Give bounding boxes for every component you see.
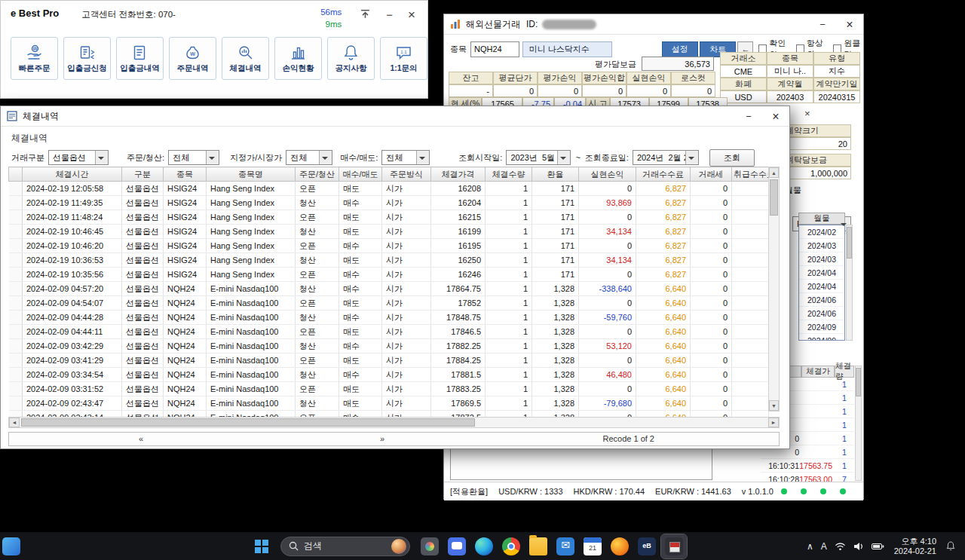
mail-app-icon[interactable] [553, 534, 578, 558]
eur-krw-rate: EUR/KRW : 1441.63 [655, 487, 731, 496]
browser-app-icon[interactable] [607, 534, 633, 558]
teams-app-icon[interactable] [444, 534, 470, 558]
hts-app-icon[interactable] [661, 534, 687, 558]
folder-app-icon[interactable] [525, 534, 551, 558]
start-date-select[interactable]: 2023년 5월 1 [506, 150, 571, 165]
volume-icon[interactable] [853, 542, 864, 551]
toolbar-button-notice-bell[interactable]: 공지사항 [327, 37, 375, 80]
end-date-select[interactable]: 2024년 2월 21 [633, 150, 699, 165]
fill-table-row[interactable]: 2024-02-09 03:31:52선물옵션NQH24E-mini Nasda… [9, 382, 769, 396]
start-button[interactable] [255, 540, 268, 553]
wifi-icon[interactable] [835, 542, 846, 551]
edge-app-icon[interactable] [471, 534, 497, 558]
toolbar-button-inquiry-chat[interactable]: 1:11:1문의 [380, 37, 427, 80]
chrome-app-icon[interactable] [498, 534, 524, 558]
month-item[interactable]: 2024/09 [799, 334, 844, 341]
search-input[interactable]: 검색 [280, 537, 410, 556]
svg-text:₩: ₩ [190, 51, 195, 57]
ime-indicator[interactable]: A [821, 541, 827, 552]
fill-table-row[interactable]: 2024-02-09 04:57:20선물옵션NQH24E-mini Nasda… [9, 282, 769, 296]
fill-table-row[interactable]: 2024-02-19 12:05:58선물옵션HSIG24Hang Seng I… [9, 182, 769, 196]
contract-spec-grid: 거래소종목유형 CME미니 나..지수 화폐계약월계약만기일 USD202403… [720, 52, 860, 103]
toolbar-button-fill-history[interactable]: 체결내역 [222, 37, 269, 80]
search-icon [289, 541, 299, 551]
tray-chevron-up-icon[interactable]: ∧ [807, 541, 813, 552]
minimize-icon[interactable]: − [386, 9, 393, 20]
user-id-masked [542, 20, 596, 29]
side-select[interactable]: 전체 [381, 150, 430, 165]
column-header-6: 주문방식 [382, 167, 431, 182]
month-item[interactable]: 2024/03 [799, 239, 844, 252]
ebest-app-icon[interactable] [634, 534, 660, 558]
price-type-select[interactable]: 전체 [286, 150, 332, 165]
fill-table-row[interactable]: 2024-02-19 10:46:20선물옵션HSIG24Hang Seng I… [9, 239, 769, 253]
calendar-app-icon[interactable] [580, 534, 605, 558]
scroll-left-icon[interactable]: ◄ [9, 418, 20, 427]
month-item[interactable]: 2024/02 [799, 225, 844, 239]
fill-table-row[interactable]: 2024-02-09 02:43:47선물옵션NQH24E-mini Nasda… [9, 396, 769, 411]
open-close-select[interactable]: 전체 [168, 150, 219, 165]
fill-table-row[interactable]: 2024-02-19 10:36:53선물옵션HSIG24Hang Seng I… [9, 253, 769, 268]
price-type-label: 지정가/시장가 [230, 152, 282, 164]
close-icon[interactable]: × [408, 9, 415, 20]
symbol-code-input[interactable]: NQH24 [470, 41, 519, 57]
month-item[interactable]: 2024/04 [799, 280, 844, 293]
tick-scrollbar[interactable] [855, 366, 862, 481]
customer-center-phone: 고객센터 전화번호: 070- [81, 9, 176, 20]
fill-table-row[interactable]: 2024-02-09 04:44:11선물옵션NQH24E-mini Nasda… [9, 325, 769, 339]
fills-horizontal-scrollbar[interactable]: ◄ ► [8, 417, 780, 428]
fill-table-row[interactable]: 2024-02-09 03:34:54선물옵션NQH24E-mini Nasda… [9, 368, 769, 382]
overseas-close-icon[interactable]: × [836, 14, 863, 34]
panel-close-icon[interactable]: × [804, 108, 810, 119]
trade-type-select[interactable]: 선물옵션 [48, 150, 109, 165]
pin-rollup-icon[interactable] [360, 8, 371, 21]
toolbar-button-order-history[interactable]: ₩주문내역 [169, 37, 216, 80]
scroll-right-icon[interactable]: ► [768, 418, 779, 427]
fill-table-row[interactable]: 2024-02-19 10:35:56선물옵션HSIG24Hang Seng I… [9, 268, 769, 282]
symbol-name: 미니 나스닥지수 [522, 41, 612, 57]
month-item[interactable]: 2024/03 [799, 252, 844, 266]
pager-first-button[interactable]: « [139, 434, 143, 443]
fill-table-row[interactable]: 2024-02-09 03:42:29선물옵션NQH24E-mini Nasda… [9, 339, 769, 353]
notification-bell-icon[interactable] [946, 541, 955, 551]
month-list-scrollbar[interactable] [846, 225, 853, 341]
month-item[interactable]: 2024/04 [799, 266, 844, 280]
month-item[interactable]: 2024/06 [799, 307, 844, 320]
month-item[interactable]: 2024/09 [799, 320, 844, 334]
pager-last-button[interactable]: » [380, 434, 384, 443]
latency-value-1: 56ms [320, 6, 342, 18]
month-item[interactable]: 2024/06 [799, 293, 844, 307]
scroll-up-icon[interactable]: ▲ [769, 167, 779, 178]
fills-minimize-icon[interactable]: − [735, 106, 762, 126]
fills-close-icon[interactable]: × [762, 106, 789, 126]
toolbar-button-deposit-history[interactable]: 입출금내역 [116, 37, 164, 80]
message-box [450, 447, 712, 480]
settings-button[interactable]: 설정 [662, 41, 698, 57]
fill-table-row[interactable]: 2024-02-19 10:46:45선물옵션HSIG24Hang Seng I… [9, 225, 769, 239]
toolbar-button-deposit-request[interactable]: 입출금신청 [63, 37, 111, 80]
fills-filter-bar: 거래구분 선물옵션 주문/청산: 전체 지정가/시장가 전체 매수/매도: 전체… [1, 149, 789, 166]
fill-table-row[interactable]: 2024-02-19 11:49:35선물옵션HSIG24Hang Seng I… [9, 196, 769, 210]
hscroll-thumb[interactable] [21, 418, 475, 427]
overseas-minimize-icon[interactable]: − [809, 14, 836, 34]
fill-table-row[interactable]: 2024-02-09 04:54:07선물옵션NQH24E-mini Nasda… [9, 296, 769, 311]
taskbar-clock[interactable]: 오후 4:10 2024-02-21 [894, 537, 936, 556]
trade-type-label: 거래구분 [11, 152, 44, 164]
toolbar-button-pnl-status[interactable]: 손익현황 [274, 37, 322, 80]
battery-icon[interactable] [872, 543, 884, 550]
fill-table-row[interactable]: 2024-02-09 03:41:29선물옵션NQH24E-mini Nasda… [9, 353, 769, 368]
vscroll-thumb[interactable] [770, 179, 778, 216]
photos-app-icon[interactable] [417, 534, 443, 558]
record-navigator: « » Recode 1 of 2 [8, 432, 780, 446]
taskbar-center: 검색 [249, 532, 688, 560]
fill-table-row[interactable]: 2024-02-19 11:48:24선물옵션HSIG24Hang Seng I… [9, 210, 769, 225]
search-button[interactable]: 조회 [709, 149, 755, 167]
record-count-text: Recode 1 of 2 [603, 434, 655, 443]
widgets-icon[interactable] [2, 537, 20, 555]
scroll-down-icon[interactable]: ▼ [769, 400, 779, 411]
fills-grid: 체결시간구분종목종목명주문/청산매수/매도주문방식체결가격체결수량환율실현손익거… [8, 167, 780, 412]
fills-vertical-scrollbar[interactable]: ▲ ▼ [768, 167, 780, 412]
version-label: v 1.0.1.0 [742, 487, 774, 496]
toolbar-button-quick-order[interactable]: ₩빠른주문 [11, 37, 58, 80]
fill-table-row[interactable]: 2024-02-09 04:44:28선물옵션NQH24E-mini Nasda… [9, 311, 769, 325]
